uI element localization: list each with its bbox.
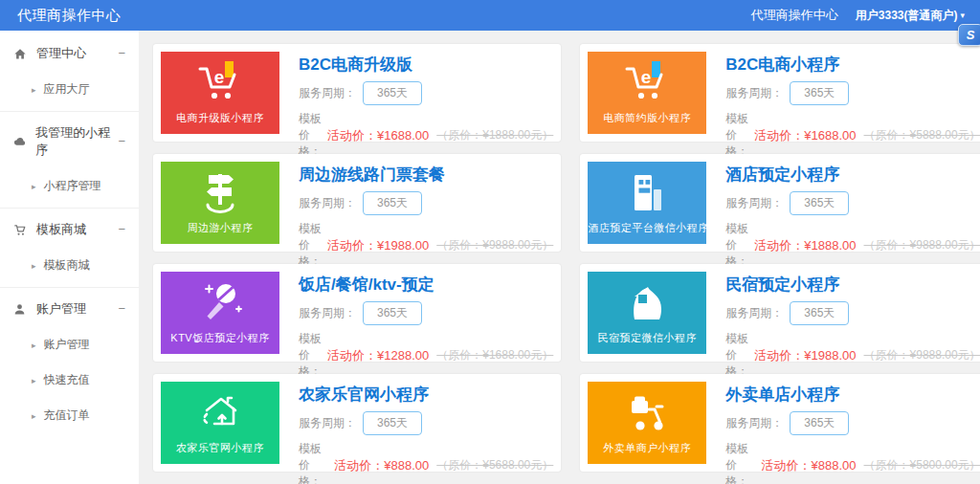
sidebar-item-label: 账户管理 bbox=[44, 337, 90, 353]
mini-program-icon bbox=[13, 136, 29, 147]
duration-option[interactable]: 365天 bbox=[790, 191, 849, 215]
product-title[interactable]: 饭店/餐馆/ktv-预定 bbox=[299, 274, 553, 296]
product-title[interactable]: 农家乐官网小程序 bbox=[299, 384, 553, 406]
tile-label: 民宿预定微信小程序 bbox=[588, 331, 706, 345]
tile-label: 电商简约版小程序 bbox=[588, 111, 706, 125]
sidebar-group-label: 我管理的小程序 bbox=[35, 124, 118, 159]
product-tile[interactable]: 农家乐官网小程序 bbox=[161, 382, 279, 464]
template-product-card: 农家乐官网小程序 农家乐官网小程序 服务周期： 365天 模板价格： 活动价：¥… bbox=[153, 374, 561, 472]
template-product-card: 外卖单商户小程序 外卖单店小程序 服务周期： 365天 模板价格： 活动价：¥8… bbox=[580, 374, 980, 472]
sidebar-item[interactable]: ▸ 模板商城 bbox=[0, 248, 139, 283]
service-cycle-row: 服务周期： 365天 bbox=[725, 81, 980, 105]
signpost-icon bbox=[195, 169, 245, 217]
product-tile[interactable]: 外卖单商户小程序 bbox=[588, 382, 706, 464]
sidebar-group: 管理中心 − ▸ 应用大厅 bbox=[0, 33, 139, 112]
product-details: 酒店预定小程序 服务周期： 365天 模板价格： 活动价：¥1888.00 （原… bbox=[706, 162, 980, 244]
sidebar-group: 账户管理 − ▸ 账户管理 ▸ 快速充值 ▸ 充值订单 bbox=[0, 288, 139, 437]
product-details: B2C电商小程序 服务周期： 365天 模板价格： 活动价：¥1688.00 （… bbox=[706, 52, 980, 134]
product-title[interactable]: 外卖单店小程序 bbox=[725, 384, 980, 406]
price-row: 模板价格： 活动价：¥1988.00 （原价：¥9888.00元） bbox=[299, 221, 553, 270]
sidebar-item-label: 充值订单 bbox=[44, 407, 90, 424]
original-price: （原价：¥9888.00元） bbox=[864, 237, 980, 253]
header-nav-link[interactable]: 代理商操作中心 bbox=[751, 7, 838, 24]
service-cycle-label: 服务周期： bbox=[299, 415, 356, 431]
sidebar-group: 我管理的小程序 − ▸ 小程序管理 bbox=[0, 112, 139, 209]
service-cycle-label: 服务周期： bbox=[725, 85, 783, 101]
product-title[interactable]: 酒店预定小程序 bbox=[725, 164, 980, 186]
sidebar-item[interactable]: ▸ 充值订单 bbox=[0, 398, 139, 433]
sidebar-group-2[interactable]: 模板商城 − bbox=[0, 210, 139, 248]
product-title[interactable]: B2C电商小程序 bbox=[725, 54, 980, 76]
service-cycle-row: 服务周期： 365天 bbox=[299, 81, 553, 105]
original-price: （原价：¥1688.00元） bbox=[436, 347, 553, 363]
sidebar-item[interactable]: ▸ 应用大厅 bbox=[0, 72, 139, 107]
svg-text:e: e bbox=[214, 67, 225, 87]
sidebar-group-1[interactable]: 我管理的小程序 − bbox=[0, 114, 139, 168]
chevron-down-icon: ▾ bbox=[960, 11, 965, 20]
sidebar-item[interactable]: ▸ 小程序管理 bbox=[0, 168, 139, 204]
sidebar-group-0[interactable]: 管理中心 − bbox=[0, 34, 139, 72]
template-product-card: e 电商简约版小程序 B2C电商小程序 服务周期： 365天 模板价格： 活动价… bbox=[580, 44, 980, 142]
product-tile[interactable]: e 电商升级版小程序 bbox=[161, 52, 279, 134]
top-header: 代理商操作中心 代理商操作中心 用户3333(普通商户) ▾ bbox=[0, 0, 980, 31]
original-price: （原价：¥5800.00元） bbox=[864, 457, 980, 473]
product-tile[interactable]: 周边游小程序 bbox=[161, 162, 279, 244]
product-title[interactable]: B2C电商升级版 bbox=[299, 54, 553, 76]
scooter-icon bbox=[620, 390, 674, 436]
service-cycle-label: 服务周期： bbox=[299, 305, 356, 321]
caret-right-icon: ▸ bbox=[32, 182, 36, 191]
caret-right-icon: ▸ bbox=[32, 261, 36, 271]
active-price: 活动价：¥1988.00 bbox=[327, 237, 429, 254]
service-cycle-label: 服务周期： bbox=[299, 195, 356, 211]
original-price: （原价：¥1888.00元） bbox=[436, 127, 553, 143]
svg-text:e: e bbox=[641, 67, 652, 87]
tile-label: 酒店预定平台微信小程序 bbox=[588, 221, 706, 235]
product-title[interactable]: 民宿预定小程序 bbox=[725, 274, 980, 296]
tile-label: KTV饭店预定小程序 bbox=[161, 331, 279, 345]
layout: 管理中心 − ▸ 应用大厅 我管理的小程序 − ▸ 小程序管理 模板商城 − ▸… bbox=[0, 31, 980, 484]
active-price: 活动价：¥1688.00 bbox=[327, 127, 429, 144]
homestay-icon bbox=[622, 279, 672, 327]
original-price: （原价：¥5888.00元） bbox=[864, 127, 980, 143]
home-icon bbox=[13, 48, 30, 60]
service-cycle-label: 服务周期： bbox=[299, 85, 356, 101]
price-row: 模板价格： 活动价：¥1688.00 （原价：¥5888.00元） bbox=[725, 111, 980, 160]
product-tile[interactable]: e 电商简约版小程序 bbox=[588, 52, 706, 134]
duration-option[interactable]: 365天 bbox=[790, 301, 849, 325]
active-price: 活动价：¥1888.00 bbox=[754, 237, 856, 254]
header-right: 代理商操作中心 用户3333(普通商户) ▾ bbox=[751, 7, 965, 24]
price-label: 模板价格： bbox=[725, 441, 755, 484]
product-details: 周边游线路门票套餐 服务周期： 365天 模板价格： 活动价：¥1988.00 … bbox=[279, 162, 553, 244]
duration-option[interactable]: 365天 bbox=[363, 81, 422, 105]
sidebar-group-3[interactable]: 账户管理 − bbox=[0, 290, 139, 327]
sidebar-item-label: 模板商城 bbox=[44, 257, 90, 274]
main-content: e 电商升级版小程序 B2C电商升级版 服务周期： 365天 模板价格： 活动价… bbox=[139, 31, 980, 484]
sidebar-item[interactable]: ▸ 账户管理 bbox=[0, 327, 139, 363]
service-cycle-row: 服务周期： 365天 bbox=[725, 301, 980, 325]
product-tile[interactable]: 民宿预定微信小程序 bbox=[588, 272, 706, 354]
duration-option[interactable]: 365天 bbox=[363, 411, 422, 435]
product-tile[interactable]: KTV饭店预定小程序 bbox=[161, 272, 279, 354]
template-product-card: 酒店预定平台微信小程序 酒店预定小程序 服务周期： 365天 模板价格： 活动价… bbox=[580, 154, 980, 252]
product-title[interactable]: 周边游线路门票套餐 bbox=[299, 164, 553, 186]
duration-option[interactable]: 365天 bbox=[363, 191, 422, 215]
price-label: 模板价格： bbox=[299, 221, 322, 270]
price-label: 模板价格： bbox=[299, 441, 328, 484]
price-label: 模板价格： bbox=[299, 111, 322, 160]
tile-label: 周边游小程序 bbox=[161, 221, 279, 235]
duration-option[interactable]: 365天 bbox=[363, 301, 422, 325]
tile-label: 电商升级版小程序 bbox=[161, 111, 279, 125]
service-cycle-label: 服务周期： bbox=[725, 195, 783, 211]
product-tile[interactable]: 酒店预定平台微信小程序 bbox=[588, 162, 706, 244]
sidebar-item[interactable]: ▸ 快速充值 bbox=[0, 363, 139, 398]
collapse-minus-icon: − bbox=[118, 49, 125, 58]
tile-label: 农家乐官网小程序 bbox=[161, 441, 279, 455]
original-price: （原价：¥9888.00元） bbox=[436, 237, 553, 253]
extension-badge[interactable]: S bbox=[958, 24, 980, 46]
user-dropdown[interactable]: 用户3333(普通商户) ▾ bbox=[856, 8, 965, 24]
caret-right-icon: ▸ bbox=[32, 85, 36, 95]
duration-option[interactable]: 365天 bbox=[790, 411, 849, 435]
product-details: 农家乐官网小程序 服务周期： 365天 模板价格： 活动价：¥888.00 （原… bbox=[279, 382, 553, 464]
duration-option[interactable]: 365天 bbox=[790, 81, 849, 105]
template-product-card: 民宿预定微信小程序 民宿预定小程序 服务周期： 365天 模板价格： 活动价：¥… bbox=[580, 264, 980, 362]
